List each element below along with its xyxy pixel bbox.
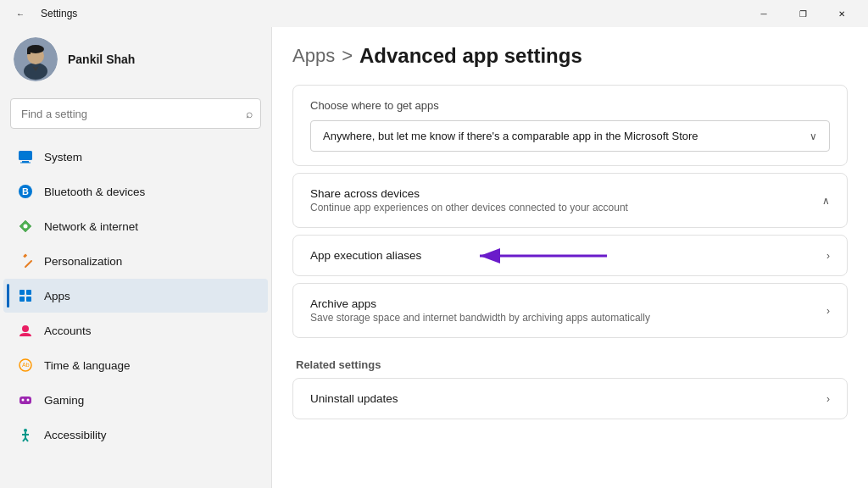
share-across-info: Share across devices Continue app experi… (310, 187, 628, 214)
breadcrumb-separator: > (342, 45, 353, 67)
content-area: Apps > Advanced app settings Choose wher… (271, 27, 868, 488)
archive-apps-row[interactable]: Archive apps Save storage space and inte… (293, 284, 847, 337)
svg-point-11 (24, 225, 28, 229)
sidebar-item-accounts[interactable]: Accounts (3, 313, 268, 347)
back-button[interactable]: ← (7, 0, 34, 27)
svg-rect-15 (26, 290, 31, 295)
sidebar-item-bluetooth-label: Bluetooth & devices (44, 186, 145, 198)
titlebar-left: ← Settings (7, 0, 77, 27)
sidebar-item-apps[interactable]: Apps (3, 279, 268, 313)
archive-apps-desc: Save storage space and internet bandwidt… (310, 312, 650, 324)
breadcrumb-parent: Apps (292, 45, 335, 67)
svg-point-18 (22, 325, 29, 332)
svg-rect-17 (26, 297, 31, 302)
get-apps-section: Choose where to get apps Anywhere, but l… (293, 86, 847, 165)
sidebar-item-time[interactable]: Ab Time & language (3, 348, 268, 382)
share-across-row[interactable]: Share across devices Continue app experi… (293, 174, 847, 227)
app-execution-info: App execution aliases (310, 249, 421, 262)
dropdown-value: Anywhere, but let me know if there's a c… (323, 130, 698, 142)
personalization-icon (17, 252, 34, 269)
svg-text:B: B (22, 186, 29, 197)
uninstall-updates-info: Uninstall updates (310, 392, 398, 405)
share-across-card: Share across devices Continue app experi… (292, 173, 848, 228)
sidebar-item-system-label: System (44, 151, 82, 164)
svg-point-23 (27, 399, 30, 402)
svg-rect-21 (19, 396, 31, 404)
uninstall-updates-chevron: › (826, 393, 830, 405)
user-profile[interactable]: Pankil Shah (0, 27, 271, 95)
time-icon: Ab (17, 357, 34, 374)
sidebar-item-personalization[interactable]: Personalization (3, 244, 268, 278)
share-across-chevron: ∧ (822, 195, 830, 207)
sidebar-item-accessibility[interactable]: Accessibility (3, 418, 268, 452)
svg-rect-14 (19, 290, 25, 295)
nav-list: System B Bluetooth & devices (0, 139, 271, 452)
archive-apps-chevron: › (826, 305, 830, 317)
search-input[interactable] (10, 98, 261, 129)
svg-rect-16 (19, 297, 25, 302)
sidebar-item-network-label: Network & internet (44, 220, 138, 233)
sidebar: Pankil Shah ⌕ System (0, 27, 271, 488)
svg-point-22 (22, 399, 25, 402)
related-settings-header: Related settings (292, 345, 848, 378)
sidebar-item-gaming-label: Gaming (44, 394, 84, 407)
apps-icon (17, 287, 34, 304)
gaming-icon (17, 391, 34, 408)
svg-line-28 (25, 438, 28, 441)
app-execution-card: App execution aliases › (292, 235, 848, 276)
sidebar-item-personalization-label: Personalization (44, 255, 122, 268)
archive-apps-info: Archive apps Save storage space and inte… (310, 297, 650, 324)
uninstall-updates-card: Uninstall updates › (292, 378, 848, 419)
titlebar-controls: ─ ❐ ✕ (744, 0, 861, 27)
svg-rect-4 (27, 49, 31, 54)
sidebar-item-time-label: Time & language (44, 359, 131, 372)
svg-rect-8 (20, 163, 31, 164)
breadcrumb-current: Advanced app settings (359, 44, 582, 68)
accounts-icon (17, 322, 34, 339)
sidebar-item-accessibility-label: Accessibility (44, 429, 107, 441)
svg-rect-13 (23, 254, 27, 258)
network-icon (17, 218, 34, 235)
breadcrumb: Apps > Advanced app settings (292, 44, 848, 68)
main-layout: Pankil Shah ⌕ System (0, 27, 868, 488)
sidebar-item-bluetooth[interactable]: B Bluetooth & devices (3, 175, 268, 208)
restore-button[interactable]: ❐ (783, 0, 822, 27)
app-execution-row[interactable]: App execution aliases › (293, 236, 847, 275)
get-apps-label: Choose where to get apps (310, 99, 830, 112)
app-execution-title: App execution aliases (310, 249, 421, 262)
sidebar-item-apps-label: Apps (44, 290, 70, 302)
sidebar-item-network[interactable]: Network & internet (3, 209, 268, 243)
avatar (14, 37, 58, 81)
titlebar: ← Settings ─ ❐ ✕ (0, 0, 868, 27)
back-icon: ← (16, 9, 25, 19)
search-icon: ⌕ (246, 107, 253, 120)
sidebar-item-gaming[interactable]: Gaming (3, 383, 268, 417)
titlebar-title: Settings (41, 8, 77, 19)
share-across-desc: Continue app experiences on other device… (310, 202, 628, 214)
share-across-title: Share across devices (310, 187, 628, 200)
uninstall-updates-row[interactable]: Uninstall updates › (293, 379, 847, 419)
chevron-down-icon: ∨ (810, 130, 817, 142)
svg-text:Ab: Ab (22, 362, 30, 368)
search-box: ⌕ (10, 98, 261, 129)
get-apps-card: Choose where to get apps Anywhere, but l… (292, 85, 848, 166)
close-button[interactable]: ✕ (822, 0, 861, 27)
svg-point-24 (24, 429, 27, 432)
svg-rect-12 (25, 260, 33, 269)
bluetooth-icon: B (17, 183, 34, 200)
archive-apps-title: Archive apps (310, 297, 650, 310)
uninstall-updates-title: Uninstall updates (310, 392, 398, 405)
system-icon (17, 148, 34, 165)
purple-arrow-annotation (463, 243, 615, 269)
archive-apps-card: Archive apps Save storage space and inte… (292, 283, 848, 338)
app-execution-chevron: › (826, 250, 830, 262)
sidebar-item-system[interactable]: System (3, 140, 268, 174)
arrow-svg (463, 243, 615, 269)
minimize-button[interactable]: ─ (744, 0, 783, 27)
get-apps-dropdown[interactable]: Anywhere, but let me know if there's a c… (310, 120, 830, 152)
sidebar-item-accounts-label: Accounts (44, 324, 92, 337)
svg-rect-6 (19, 151, 32, 160)
user-name: Pankil Shah (68, 53, 135, 66)
accessibility-icon (17, 426, 34, 443)
